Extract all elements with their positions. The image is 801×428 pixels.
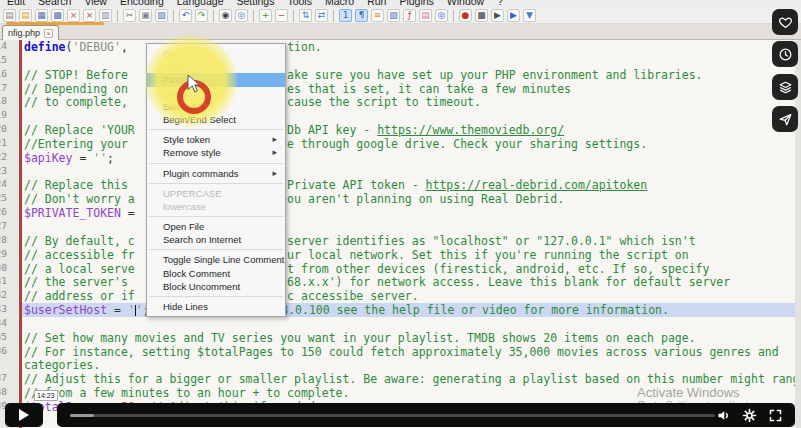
- save-all-icon[interactable]: ▩: [51, 9, 64, 22]
- editor-scrollbar[interactable]: [795, 40, 801, 428]
- macro-play-icon[interactable]: ▶: [491, 9, 504, 22]
- share-button[interactable]: [772, 106, 798, 132]
- code-token: // from a few minutes to an hour + to co…: [24, 386, 349, 400]
- sync-vertical-icon[interactable]: ⇅: [299, 9, 312, 22]
- code-area[interactable]: define('DEBUG', tion.// STOP! Before ake…: [22, 40, 795, 428]
- line-number: 35: [0, 331, 7, 345]
- code-line[interactable]: //Entering your e through google drive. …: [22, 137, 795, 151]
- redo-icon[interactable]: ↷: [195, 9, 208, 22]
- context-menu-item-toggle-single-line-comment[interactable]: Toggle Single Line Comment: [147, 253, 285, 266]
- menu-item-macro[interactable]: Macro: [325, 0, 354, 7]
- undo-icon[interactable]: ↶: [179, 9, 192, 22]
- tab-label: nfig.php: [8, 28, 40, 38]
- document-monitor-icon[interactable]: ◎: [435, 9, 448, 22]
- save-icon[interactable]: ▦: [35, 9, 48, 22]
- menu-item-encoding[interactable]: Encoding: [120, 0, 164, 7]
- line-number: 37: [0, 372, 7, 386]
- code-line[interactable]: // By default, c server identifies as "l…: [22, 234, 795, 248]
- code-line[interactable]: [22, 54, 795, 68]
- folder-as-workspace-icon[interactable]: ▤: [419, 9, 432, 22]
- code-line[interactable]: // For instance, setting $totalPages to …: [22, 345, 795, 359]
- new-file-icon[interactable]: ▤: [3, 9, 16, 22]
- open-folder-icon[interactable]: ▤: [19, 9, 32, 22]
- find-icon[interactable]: ◉: [219, 9, 232, 22]
- code-line-highlighted[interactable]: $userSetHost = ''; // Example: 192.168.0…: [22, 303, 795, 317]
- context-menu-item-remove-style[interactable]: Remove style▸: [147, 146, 285, 159]
- close-all-icon[interactable]: ×: [83, 9, 96, 22]
- code-line[interactable]: [22, 109, 795, 123]
- code-line[interactable]: // Don't worry a ou aren't planning on u…: [22, 192, 795, 206]
- code-line[interactable]: // Depending on es that is set, it can t…: [22, 82, 795, 96]
- toolbar-separator: [213, 10, 214, 22]
- fullscreen-icon[interactable]: [768, 408, 783, 423]
- code-line[interactable]: // STOP! Before ake sure you have set up…: [22, 68, 795, 82]
- context-menu-item-block-uncomment[interactable]: Block Uncomment: [147, 280, 285, 293]
- context-menu-item-open-file[interactable]: Open File: [147, 220, 285, 233]
- code-line[interactable]: $apiKey = '';: [22, 151, 795, 165]
- show-all-characters-icon[interactable]: ¶: [355, 9, 368, 22]
- context-menu-item-search-on-internet[interactable]: Search on Internet: [147, 233, 285, 246]
- code-token: // Set how many movies and TV series you…: [24, 331, 696, 345]
- cut-icon[interactable]: ✂: [123, 9, 136, 22]
- print-icon[interactable]: ▥: [99, 9, 112, 22]
- menu-item-window[interactable]: Window: [447, 0, 484, 7]
- zoom-out-icon[interactable]: −: [275, 9, 288, 22]
- video-control-bar: [57, 403, 795, 427]
- code-token: // By default, c: [24, 234, 135, 248]
- copy-icon[interactable]: ▣: [139, 9, 152, 22]
- code-line[interactable]: [22, 317, 795, 331]
- word-wrap-icon[interactable]: 1: [339, 9, 352, 22]
- like-button[interactable]: [772, 9, 798, 35]
- code-line[interactable]: categories.: [22, 358, 795, 372]
- context-menu-item-block-comment[interactable]: Block Comment: [147, 267, 285, 280]
- close-icon[interactable]: ×: [67, 9, 80, 22]
- code-line[interactable]: // to complete, cause the script to time…: [22, 95, 795, 109]
- code-line[interactable]: [22, 165, 795, 179]
- code-line[interactable]: // accessible fr ur local network. Set t…: [22, 248, 795, 262]
- zoom-in-icon[interactable]: +: [259, 9, 272, 22]
- collections-button[interactable]: [772, 74, 798, 100]
- context-menu-item-style-token[interactable]: Style token▸: [147, 133, 285, 146]
- menu-item-language[interactable]: Language: [177, 0, 224, 7]
- code-line[interactable]: // Replace this Private API token - http…: [22, 178, 795, 192]
- code-token: =: [72, 151, 93, 165]
- paste-icon[interactable]: ▨: [155, 9, 168, 22]
- menu-item-run[interactable]: Run: [367, 0, 386, 7]
- sync-horizontal-icon[interactable]: ⇄: [315, 9, 328, 22]
- macro-save-icon[interactable]: ▼: [523, 9, 536, 22]
- menu-item-plugins[interactable]: Plugins: [399, 0, 433, 7]
- function-list-icon[interactable]: ƒ: [403, 9, 416, 22]
- progress-bar[interactable]: [70, 414, 715, 417]
- play-button[interactable]: [5, 403, 43, 427]
- indent-guide-icon[interactable]: ≡: [371, 9, 384, 22]
- macro-stop-icon[interactable]: ■: [475, 9, 488, 22]
- code-line[interactable]: // a local serve t from other devices (f…: [22, 262, 795, 276]
- context-menu-item-plugin-commands[interactable]: Plugin commands▸: [147, 167, 285, 180]
- code-line[interactable]: [22, 220, 795, 234]
- menu-item-[interactable]: ?: [497, 0, 503, 7]
- code-link[interactable]: https://real-debrid.com/apitoken: [426, 178, 648, 192]
- code-line[interactable]: // address or if c accessibe server.: [22, 289, 795, 303]
- code-line[interactable]: // Set how many movies and TV series you…: [22, 331, 795, 345]
- menu-item-settings[interactable]: Settings: [236, 0, 274, 7]
- document-map-icon[interactable]: ▧: [387, 9, 400, 22]
- macro-record-icon[interactable]: ●: [459, 9, 472, 22]
- menu-item-search[interactable]: Search: [38, 0, 71, 7]
- menu-item-edit[interactable]: Edit: [7, 0, 25, 7]
- macro-run-multiple-icon[interactable]: ▶: [507, 9, 520, 22]
- settings-gear-icon[interactable]: [742, 408, 757, 423]
- tab-config-php[interactable]: nfig.php ×: [2, 25, 59, 40]
- tab-close-icon[interactable]: ×: [44, 29, 53, 38]
- code-line[interactable]: $PRIVATE_TOKEN =: [22, 206, 795, 220]
- code-line[interactable]: // Replace 'YOUR Db API key - https://ww…: [22, 123, 795, 137]
- context-menu-item-hide-lines[interactable]: Hide Lines: [147, 300, 285, 313]
- line-number: 34: [0, 317, 7, 331]
- code-link[interactable]: https://www.themoviedb.org/: [377, 123, 564, 137]
- replace-icon[interactable]: ◎: [235, 9, 248, 22]
- menu-item-view[interactable]: View: [84, 0, 107, 7]
- menu-item-tools[interactable]: Tools: [287, 0, 312, 7]
- watch-later-button[interactable]: [772, 41, 798, 67]
- volume-icon[interactable]: [716, 408, 731, 423]
- code-line[interactable]: // the server's 68.x.x') for network acc…: [22, 275, 795, 289]
- code-line[interactable]: define('DEBUG', tion.: [22, 40, 795, 54]
